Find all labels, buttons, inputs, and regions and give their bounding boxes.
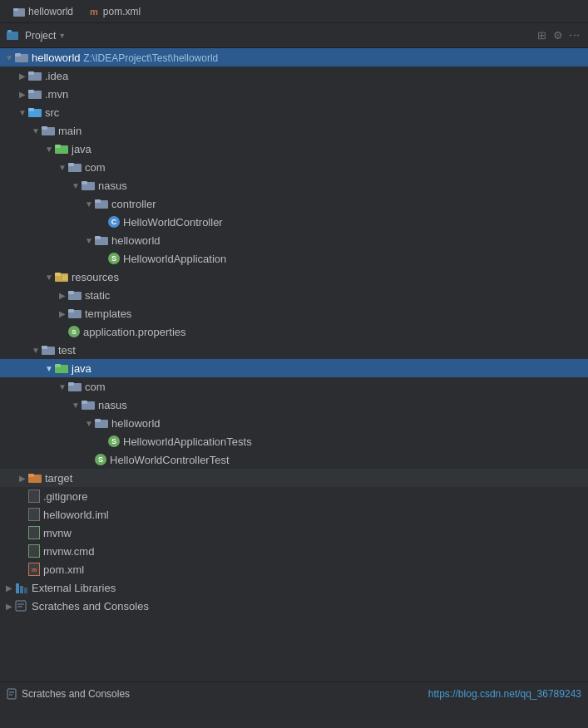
java-test-folder-icon	[55, 362, 68, 375]
java-test-arrow	[43, 362, 55, 374]
tree-item-nasus[interactable]: nasus	[0, 176, 588, 194]
HelloWorldController-icon: C	[108, 216, 120, 228]
svg-rect-2	[7, 32, 18, 40]
root-folder-icon	[15, 51, 28, 64]
mvn-folder-icon	[28, 87, 42, 101]
tree-item-HelloworldApplication[interactable]: S HelloworldApplication	[0, 249, 588, 268]
tree-item-application-props[interactable]: S application.properties	[0, 322, 588, 341]
svg-rect-23	[95, 236, 101, 239]
src-arrow	[17, 106, 28, 118]
svg-rect-29	[68, 291, 74, 294]
main-folder-icon	[42, 124, 55, 137]
main-label: main	[58, 125, 82, 137]
HelloworldApplication-label: HelloworldApplication	[123, 253, 226, 265]
status-url: https://blog.csdn.net/qq_36789243	[428, 688, 581, 700]
tree-item-pom-xml[interactable]: m pom.xml	[0, 560, 588, 578]
toolbar-left: Project ▼	[7, 28, 69, 43]
svg-rect-27	[64, 275, 66, 280]
tree-item-mvnw-cmd[interactable]: mvnw.cmd	[0, 542, 588, 560]
props-icon: S	[68, 326, 80, 337]
com-test-label: com	[85, 381, 106, 393]
tree-item-java[interactable]: java	[0, 140, 588, 158]
tree-item-com[interactable]: com	[0, 158, 588, 176]
project-dropdown-icon: ▼	[58, 32, 66, 40]
target-label: target	[45, 472, 72, 485]
helloworld-test-arrow	[83, 417, 95, 429]
tree-item-helloworld-iml[interactable]: helloworld.iml	[0, 505, 588, 524]
tree-item-helloworld-main[interactable]: helloworld	[0, 231, 588, 249]
templates-folder-icon	[68, 307, 82, 320]
tree-item-mvnw[interactable]: mvnw	[0, 524, 588, 542]
svg-rect-31	[68, 309, 74, 312]
external-libraries-label: External Libraries	[32, 582, 116, 594]
project-button[interactable]: Project ▼	[22, 28, 69, 43]
svg-rect-41	[95, 419, 101, 422]
tree-item-templates[interactable]: templates	[0, 304, 588, 322]
tree-root[interactable]: helloworld Z:\IDEAProject\Test\helloworl…	[0, 48, 588, 66]
collapse-icon[interactable]: ⊞	[535, 29, 548, 42]
tree-item-idea[interactable]: .idea	[0, 66, 588, 85]
bottom-left: Scratches and Consoles	[7, 688, 130, 700]
test-arrow	[30, 344, 42, 356]
svg-rect-33	[42, 346, 47, 349]
svg-rect-17	[68, 163, 74, 166]
svg-rect-43	[28, 474, 34, 477]
tree-item-HelloWorldControllerTest[interactable]: S HelloWorldControllerTest	[0, 450, 588, 469]
svg-rect-35	[55, 364, 61, 367]
tree-item-helloworld-test[interactable]: helloworld	[0, 414, 588, 432]
nasus-folder-icon	[82, 179, 95, 192]
com-folder-icon	[68, 160, 82, 174]
tree-item-gitignore[interactable]: .gitignore	[0, 487, 588, 505]
tree-item-java-test[interactable]: java	[0, 359, 588, 377]
tree-item-src[interactable]: src	[0, 103, 588, 121]
tree-item-static[interactable]: static	[0, 286, 588, 304]
target-arrow	[17, 472, 28, 484]
mvnw-label: mvnw	[43, 527, 72, 539]
HelloWorldControllerTest-icon: S	[95, 454, 106, 465]
tree-item-test[interactable]: test	[0, 341, 588, 359]
resources-arrow	[43, 271, 55, 283]
com-label: com	[85, 161, 106, 174]
HelloworldApplicationTests-label: HelloworldApplicationTests	[123, 435, 252, 448]
tree-item-resources[interactable]: resources	[0, 268, 588, 286]
tree-item-controller[interactable]: controller	[0, 194, 588, 213]
tree-item-scratches[interactable]: Scratches and Consoles	[0, 597, 588, 615]
templates-arrow	[57, 307, 68, 319]
options-icon[interactable]: ⋮	[568, 29, 581, 42]
root-arrow	[3, 52, 15, 63]
test-folder-icon	[42, 343, 55, 357]
settings-icon[interactable]: ⚙	[551, 29, 565, 42]
tree-view[interactable]: helloworld Z:\IDEAProject\Test\helloworl…	[0, 48, 588, 681]
tab-helloworld[interactable]: helloworld	[7, 1, 80, 22]
tree-item-com-test[interactable]: com	[0, 377, 588, 396]
external-libraries-icon	[15, 582, 28, 593]
tree-item-HelloWorldController[interactable]: C HelloWorldController	[0, 213, 588, 231]
tree-item-external-libraries[interactable]: External Libraries	[0, 578, 588, 597]
svg-rect-39	[82, 401, 87, 404]
title-bar: helloworld m pom.xml	[0, 0, 588, 23]
test-label: test	[58, 344, 76, 357]
com-arrow	[57, 161, 68, 173]
idea-arrow	[17, 70, 28, 81]
project-icon	[7, 30, 18, 42]
tree-item-main[interactable]: main	[0, 121, 588, 140]
tree-item-HelloworldApplicationTests[interactable]: S HelloworldApplicationTests	[0, 432, 588, 450]
toolbar: Project ▼ ⊞ ⚙ ⋮	[0, 23, 588, 48]
tab-pom[interactable]: m pom.xml	[83, 1, 147, 22]
tree-item-nasus-test[interactable]: nasus	[0, 396, 588, 414]
svg-rect-46	[24, 588, 27, 593]
tree-item-mvn[interactable]: .mvn	[0, 85, 588, 103]
main-window: helloworld m pom.xml Project ▼ ⊞ ⚙ ⋮	[0, 0, 588, 705]
helloworld-main-arrow	[83, 234, 95, 246]
toolbar-right: ⊞ ⚙ ⋮	[535, 29, 581, 42]
scratches-label: Scratches and Consoles	[32, 600, 149, 612]
java-folder-icon	[55, 142, 68, 155]
java-label: java	[72, 143, 91, 155]
mvn-label: .mvn	[45, 88, 68, 101]
tab-helloworld-label: helloworld	[28, 6, 73, 17]
idea-label: .idea	[45, 70, 68, 82]
external-libraries-arrow	[3, 582, 15, 593]
tree-item-target[interactable]: target	[0, 469, 588, 487]
svg-rect-21	[95, 199, 101, 203]
HelloworldApplication-icon: S	[108, 253, 120, 264]
